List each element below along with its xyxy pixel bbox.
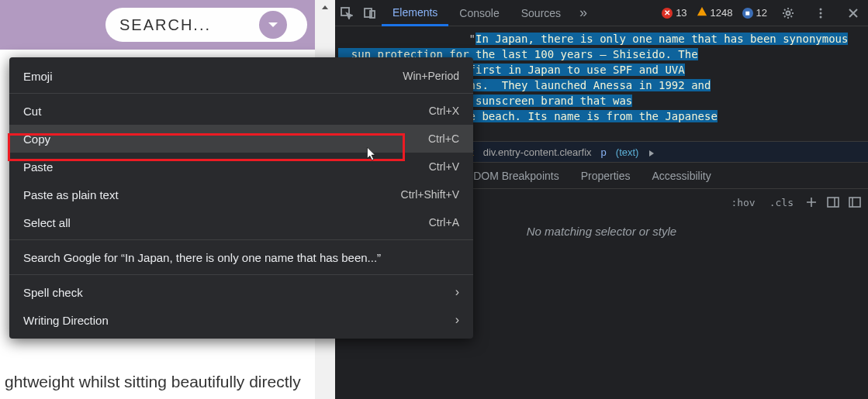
new-style-rule-button[interactable] bbox=[803, 196, 820, 208]
styles-more-button[interactable] bbox=[846, 196, 863, 208]
dots-vertical-icon bbox=[814, 7, 827, 19]
context-menu-shortcut: Ctrl+V bbox=[429, 160, 459, 173]
subtab-properties[interactable]: Properties bbox=[570, 170, 641, 182]
context-menu-separator bbox=[9, 93, 473, 94]
inspect-button[interactable] bbox=[335, 7, 358, 19]
context-menu-label: Paste as plain text bbox=[23, 188, 119, 201]
context-menu-item[interactable]: Paste as plain textCtrl+Shift+V bbox=[9, 181, 473, 208]
chevron-right-icon: › bbox=[455, 285, 459, 299]
caret-up-icon bbox=[321, 4, 329, 12]
context-menu-label: Copy bbox=[23, 132, 50, 146]
context-menu-label: Select all bbox=[23, 216, 71, 229]
context-menu-shortcut: Ctrl+A bbox=[429, 216, 459, 229]
kebab-menu[interactable] bbox=[809, 7, 832, 19]
context-menu-shortcut: Ctrl+C bbox=[428, 132, 459, 145]
page-header bbox=[0, 0, 315, 50]
crumb-text-node[interactable]: (text) bbox=[616, 146, 639, 158]
warning-count: 1248 bbox=[711, 7, 733, 19]
context-menu-label: Emoji bbox=[23, 70, 53, 83]
status-badges: ✕ 13 1248 ■ 12 bbox=[662, 6, 868, 19]
error-icon: ✕ bbox=[662, 8, 673, 19]
sidebar-icon bbox=[827, 196, 839, 208]
tab-sources[interactable]: Sources bbox=[510, 0, 572, 26]
svg-point-6 bbox=[820, 15, 822, 18]
close-devtools-button[interactable] bbox=[842, 7, 865, 19]
info-icon: ■ bbox=[742, 8, 753, 19]
context-menu-shortcut: Win+Period bbox=[403, 70, 459, 82]
hov-toggle[interactable]: :hov bbox=[726, 195, 759, 210]
context-menu-separator bbox=[9, 239, 473, 240]
search-input[interactable] bbox=[119, 16, 259, 34]
panel-icon bbox=[849, 196, 861, 208]
selected-text-l1: In Japan, there is only one name that ha… bbox=[475, 33, 848, 45]
svg-rect-7 bbox=[828, 198, 839, 207]
error-count: 13 bbox=[676, 7, 686, 19]
devtools-tabbar: Elements Console Sources » ✕ 13 1248 ■ 1… bbox=[335, 0, 868, 26]
error-badge[interactable]: ✕ 13 bbox=[662, 7, 686, 19]
tabs-overflow[interactable]: » bbox=[572, 5, 595, 21]
device-icon bbox=[364, 7, 376, 19]
subtab-dom-breakpoints[interactable]: DOM Breakpoints bbox=[462, 170, 569, 182]
warning-icon bbox=[697, 6, 707, 19]
crumb-div[interactable]: div.entry-content.clearfix bbox=[483, 146, 592, 158]
svg-point-5 bbox=[820, 12, 822, 14]
context-menu-label: Paste bbox=[23, 160, 53, 174]
device-toggle-button[interactable] bbox=[358, 7, 382, 19]
context-menu-item[interactable]: CutCtrl+X bbox=[9, 97, 473, 125]
warning-badge[interactable]: 1248 bbox=[697, 6, 733, 19]
tab-console[interactable]: Console bbox=[448, 0, 510, 26]
computed-sidebar-button[interactable] bbox=[825, 196, 842, 208]
page-body-text: ghtweight whilst sitting beautifully dir… bbox=[0, 366, 315, 399]
context-menu-item[interactable]: Writing Direction› bbox=[9, 306, 473, 334]
context-menu-item[interactable]: Select allCtrl+A bbox=[9, 208, 473, 236]
context-menu-label: Writing Direction bbox=[23, 314, 109, 327]
svg-rect-8 bbox=[849, 198, 860, 207]
svg-point-3 bbox=[787, 11, 790, 15]
inspect-icon bbox=[341, 7, 353, 19]
pointer-icon bbox=[365, 146, 378, 162]
chevron-right-icon: › bbox=[455, 313, 459, 327]
cls-toggle[interactable]: .cls bbox=[765, 195, 798, 210]
mouse-cursor bbox=[365, 146, 378, 165]
context-menu: EmojiWin+PeriodCutCtrl+XCopyCtrl+CPasteC… bbox=[9, 57, 473, 339]
crumb-overflow[interactable] bbox=[648, 148, 655, 156]
context-menu-item[interactable]: PasteCtrl+V bbox=[9, 153, 473, 181]
svg-point-4 bbox=[820, 8, 822, 10]
plus-icon bbox=[805, 196, 818, 208]
chevron-down-icon bbox=[266, 18, 280, 32]
info-badge[interactable]: ■ 12 bbox=[742, 7, 767, 19]
svg-rect-2 bbox=[370, 11, 375, 18]
context-menu-item[interactable]: CopyCtrl+C bbox=[9, 125, 473, 153]
settings-button[interactable] bbox=[776, 7, 800, 19]
subtab-accessibility[interactable]: Accessibility bbox=[641, 170, 721, 182]
close-icon bbox=[847, 7, 859, 19]
tab-elements[interactable]: Elements bbox=[382, 1, 448, 26]
gear-icon bbox=[782, 7, 794, 19]
search-box[interactable] bbox=[105, 8, 307, 42]
context-menu-label: Search Google for “In Japan, there is on… bbox=[23, 251, 381, 264]
context-menu-item[interactable]: Spell check› bbox=[9, 278, 473, 306]
crumb-p[interactable]: p bbox=[601, 146, 607, 158]
info-count: 12 bbox=[756, 7, 767, 19]
context-menu-item[interactable]: EmojiWin+Period bbox=[9, 62, 473, 90]
context-menu-shortcut: Ctrl+X bbox=[429, 105, 459, 117]
search-submit-button[interactable] bbox=[259, 11, 287, 39]
scroll-up-button[interactable] bbox=[315, 0, 335, 15]
context-menu-separator bbox=[9, 274, 473, 275]
context-menu-shortcut: Ctrl+Shift+V bbox=[401, 188, 459, 201]
context-menu-label: Cut bbox=[23, 105, 41, 118]
context-menu-label: Spell check bbox=[23, 286, 83, 299]
context-menu-item[interactable]: Search Google for “In Japan, there is on… bbox=[9, 243, 473, 271]
